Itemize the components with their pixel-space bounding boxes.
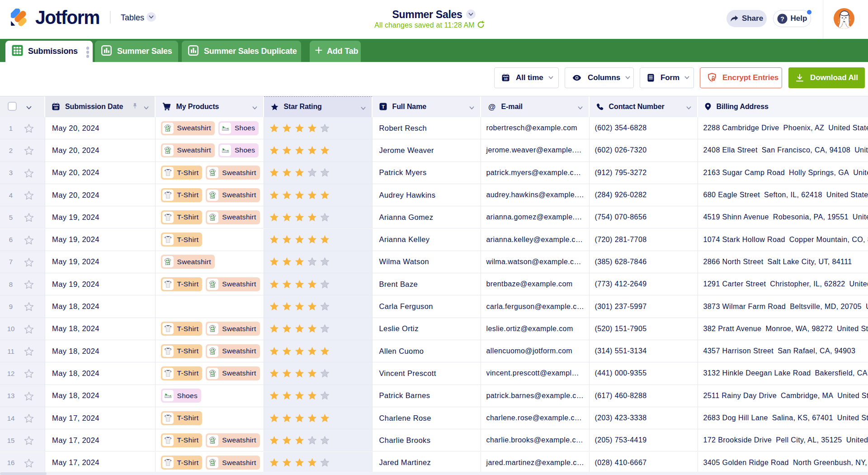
- svg-text:T: T: [382, 104, 385, 109]
- svg-text:10: 10: [504, 77, 507, 81]
- svg-text:@: @: [488, 103, 495, 111]
- svg-text:10: 10: [54, 106, 57, 110]
- svg-text:?: ?: [780, 15, 784, 22]
